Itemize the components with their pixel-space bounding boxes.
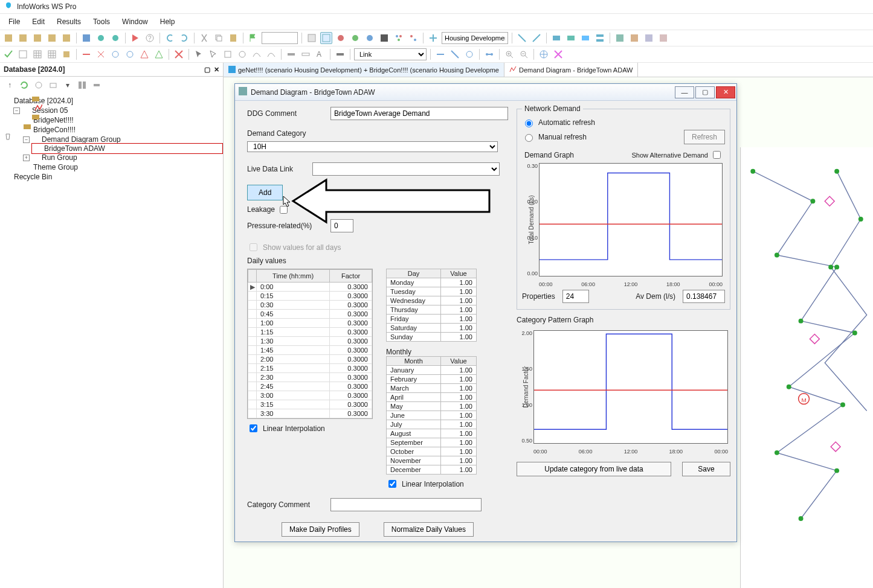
table-row[interactable]: 3:150.3000 xyxy=(248,400,372,409)
undo-icon[interactable] xyxy=(164,32,176,44)
menu-tools[interactable]: Tools xyxy=(88,15,115,28)
table-row[interactable]: ▶0:000.3000 xyxy=(248,283,372,292)
tab-demand-diagram[interactable]: Demand Diagram - BridgeTown ADAW xyxy=(504,63,639,77)
table-row[interactable]: December1.00 xyxy=(387,465,477,475)
table-row[interactable]: July1.00 xyxy=(387,420,477,429)
tree-item[interactable]: Theme Group xyxy=(33,163,78,171)
zoom-in-icon[interactable] xyxy=(503,48,515,60)
toolbar-icon[interactable] xyxy=(109,48,121,60)
toolbar-icon[interactable] xyxy=(17,48,29,60)
minimize-button[interactable]: — xyxy=(675,86,694,98)
daily-values-table[interactable]: Time (hh:mm) Factor ▶0:000.30000:150.300… xyxy=(247,269,373,419)
month-factors-table[interactable]: Month Value January1.00February1.00March… xyxy=(386,356,477,475)
live-data-link-select[interactable] xyxy=(312,162,500,176)
toolbar-icon[interactable] xyxy=(427,32,439,44)
toolbar-icon[interactable] xyxy=(565,32,577,44)
ddg-comment-input[interactable] xyxy=(330,107,508,120)
toolbar-icon[interactable] xyxy=(306,32,318,44)
toolbar-icon[interactable] xyxy=(594,32,606,44)
table-row[interactable]: October1.00 xyxy=(387,447,477,456)
refresh-icon[interactable] xyxy=(18,79,30,91)
table-row[interactable]: June1.00 xyxy=(387,411,477,420)
run-icon[interactable] xyxy=(129,32,141,44)
toolbar-icon[interactable] xyxy=(80,48,92,60)
table-row[interactable]: 2:000.3000 xyxy=(248,355,372,364)
redo-icon[interactable] xyxy=(178,32,190,44)
toolbar-icon[interactable] xyxy=(516,32,528,44)
table-row[interactable]: May1.00 xyxy=(387,402,477,411)
table-row[interactable]: 1:300.3000 xyxy=(248,337,372,346)
cut-icon[interactable] xyxy=(198,32,210,44)
close-button[interactable]: ✕ xyxy=(716,86,735,98)
toolbar-icon[interactable] xyxy=(628,32,640,44)
toolbar-icon[interactable] xyxy=(91,79,103,91)
scenario-combo[interactable] xyxy=(442,32,508,44)
table-row[interactable]: April1.00 xyxy=(387,393,477,402)
delete-icon[interactable] xyxy=(173,48,185,60)
linear-interp-daily-checkbox[interactable] xyxy=(250,424,257,432)
tree-recycle[interactable]: Recycle Bin xyxy=(14,173,52,181)
up-icon[interactable]: ↑ xyxy=(4,79,16,91)
table-row[interactable]: November1.00 xyxy=(387,456,477,465)
toolbar-icon[interactable] xyxy=(222,48,234,60)
help-icon[interactable]: ? xyxy=(144,32,156,44)
flag-icon[interactable] xyxy=(247,32,259,44)
tree-item[interactable]: Run Group xyxy=(42,153,77,162)
tree-item-selected[interactable]: BridgeTown ADAW xyxy=(44,144,105,153)
object-type-select[interactable]: Link xyxy=(354,48,427,60)
table-row[interactable]: 3:300.3000 xyxy=(248,409,372,418)
table-row[interactable]: Thursday1.00 xyxy=(387,305,477,315)
make-daily-profiles-button[interactable]: Make Daily Profiles xyxy=(282,522,359,537)
toolbar-icon[interactable] xyxy=(138,48,150,60)
table-row[interactable]: 1:450.3000 xyxy=(248,346,372,355)
toolbar-icon[interactable] xyxy=(579,32,591,44)
text-icon[interactable]: A xyxy=(314,48,326,60)
toolbar-icon[interactable] xyxy=(2,32,14,44)
table-row[interactable]: Saturday1.00 xyxy=(387,324,477,333)
toolbar-icon[interactable] xyxy=(109,32,121,44)
menu-results[interactable]: Results xyxy=(52,15,86,28)
pointer-icon[interactable] xyxy=(207,48,219,60)
table-row[interactable]: 0:450.3000 xyxy=(248,310,372,319)
toolbar-icon[interactable] xyxy=(407,32,419,44)
table-row[interactable]: Wednesday1.00 xyxy=(387,296,477,305)
table-row[interactable]: March1.00 xyxy=(387,384,477,393)
toolbar-icon[interactable] xyxy=(285,48,297,60)
toolbar-icon[interactable] xyxy=(265,48,277,60)
toolbar-icon[interactable] xyxy=(300,48,312,60)
toolbar-icon[interactable] xyxy=(614,32,626,44)
table-row[interactable]: Sunday1.00 xyxy=(387,333,477,342)
auto-refresh-radio[interactable] xyxy=(525,120,533,127)
toolbar-icon[interactable] xyxy=(463,48,475,60)
category-comment-input[interactable] xyxy=(330,498,482,511)
toolbar-icon[interactable] xyxy=(349,32,361,44)
toolbar-icon[interactable] xyxy=(334,48,346,60)
pointer-icon[interactable] xyxy=(193,48,205,60)
toolbar-icon[interactable] xyxy=(46,32,58,44)
av-dem-value[interactable] xyxy=(683,290,725,303)
toolbar-icon[interactable] xyxy=(60,48,72,60)
toolbar-icon[interactable]: ▾ xyxy=(62,79,74,91)
table-row[interactable]: September1.00 xyxy=(387,438,477,447)
menu-edit[interactable]: Edit xyxy=(27,15,50,28)
toolbar-icon[interactable] xyxy=(449,48,461,60)
day-factors-table[interactable]: Day Value Monday1.00Tuesday1.00Wednesday… xyxy=(386,269,477,342)
panel-close-icon[interactable]: ✕ xyxy=(214,66,219,74)
zoom-out-icon[interactable] xyxy=(518,48,530,60)
toolbar-icon[interactable] xyxy=(657,32,669,44)
show-alt-demand-checkbox[interactable] xyxy=(713,151,721,159)
globe-icon[interactable] xyxy=(538,48,550,60)
table-row[interactable]: 0:300.3000 xyxy=(248,301,372,310)
table-row[interactable]: August1.00 xyxy=(387,429,477,438)
toolbar-icon[interactable] xyxy=(378,32,390,44)
toolbar-icon[interactable] xyxy=(335,32,347,44)
toolbar-icon[interactable] xyxy=(17,32,29,44)
tree-item[interactable]: Demand Diagram Group xyxy=(42,135,121,144)
table-row[interactable]: 2:150.3000 xyxy=(248,364,372,373)
toolbar-icon[interactable] xyxy=(434,48,446,60)
demand-category-select[interactable]: 10H xyxy=(247,141,498,152)
maximize-button[interactable]: ▢ xyxy=(695,86,715,98)
table-row[interactable]: 0:150.3000 xyxy=(248,292,372,301)
toolbar-icon[interactable] xyxy=(364,32,376,44)
leakage-checkbox[interactable] xyxy=(280,206,288,214)
